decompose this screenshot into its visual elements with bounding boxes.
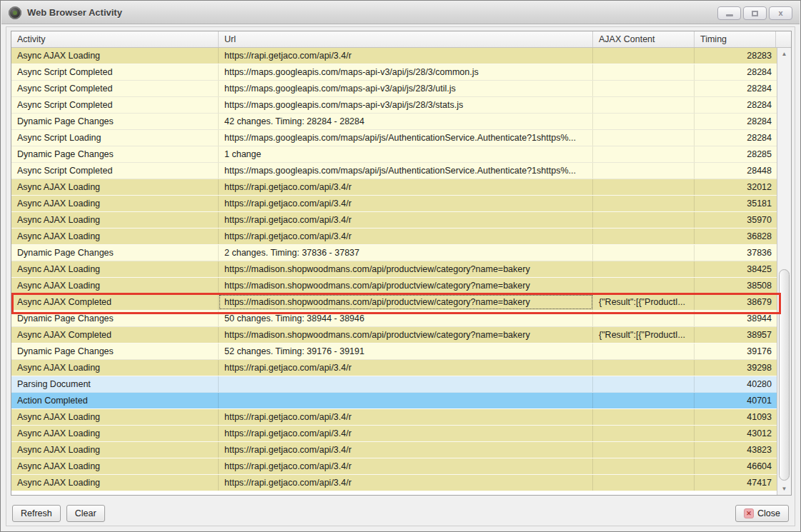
cell-ajax[interactable] [593, 458, 695, 474]
cell-url[interactable]: https://maps.googleapis.com/maps/api/js/… [219, 130, 593, 146]
cell-timing[interactable]: 28284 [695, 81, 777, 96]
cell-activity[interactable]: Async Script Completed [11, 81, 219, 96]
cell-timing[interactable]: 28448 [695, 163, 777, 179]
cell-timing[interactable]: 41093 [695, 409, 777, 425]
cell-activity[interactable]: Async Script Completed [11, 97, 219, 113]
column-header-url[interactable]: Url [219, 31, 593, 47]
cell-url[interactable]: https://rapi.getjaco.com/api/3.4/r [219, 229, 593, 244]
table-row[interactable]: Async AJAX Loadinghttps://rapi.getjaco.c… [11, 426, 777, 442]
cell-timing[interactable]: 43012 [695, 426, 777, 441]
cell-ajax[interactable] [593, 261, 695, 277]
cell-url[interactable]: https://maps.googleapis.com/maps/api/js/… [219, 163, 593, 179]
table-row[interactable]: Async Script Completedhttps://maps.googl… [11, 163, 777, 179]
scroll-down-icon[interactable]: ▼ [777, 483, 791, 495]
table-row[interactable]: Async AJAX Loadinghttps://rapi.getjaco.c… [11, 48, 777, 64]
cell-url[interactable]: 50 changes. Timing: 38944 - 38946 [219, 311, 593, 326]
cell-activity[interactable]: Parsing Document [11, 376, 219, 392]
table-row[interactable]: Async AJAX Loadinghttps://rapi.getjaco.c… [11, 360, 777, 376]
cell-ajax[interactable] [593, 409, 695, 425]
cell-timing[interactable]: 40280 [695, 376, 777, 392]
cell-timing[interactable]: 38957 [695, 327, 777, 343]
cell-ajax[interactable] [593, 97, 695, 113]
cell-ajax[interactable] [593, 64, 695, 80]
table-row[interactable]: Async AJAX Loadinghttps://rapi.getjaco.c… [11, 458, 777, 475]
column-header-ajax-content[interactable]: AJAX Content [593, 31, 695, 47]
cell-activity[interactable]: Action Completed [11, 393, 219, 408]
table-row[interactable]: Async AJAX Completedhttps://madison.shop… [11, 327, 777, 343]
cell-ajax[interactable] [593, 475, 695, 491]
table-row[interactable]: Parsing Document40280 [11, 376, 777, 393]
cell-url[interactable]: https://maps.googleapis.com/maps-api-v3/… [219, 64, 593, 80]
close-window-button[interactable]: x [769, 6, 792, 20]
cell-timing[interactable]: 38508 [695, 278, 777, 293]
cell-ajax[interactable] [593, 114, 695, 129]
cell-timing[interactable]: 37836 [695, 245, 777, 261]
cell-activity[interactable]: Async Script Completed [11, 163, 219, 179]
cell-timing[interactable]: 39176 [695, 343, 777, 359]
cell-activity[interactable]: Async AJAX Loading [11, 229, 219, 244]
table-row[interactable]: Dynamic Page Changes2 changes. Timing: 3… [11, 245, 777, 261]
cell-timing[interactable]: 38679 [695, 294, 777, 310]
scrollbar-thumb[interactable] [779, 269, 790, 481]
cell-activity[interactable]: Async AJAX Loading [11, 409, 219, 425]
table-row[interactable]: Async AJAX Loadinghttps://madison.shopwo… [11, 278, 777, 294]
cell-url[interactable]: https://rapi.getjaco.com/api/3.4/r [219, 426, 593, 441]
cell-activity[interactable]: Async AJAX Loading [11, 360, 219, 376]
cell-ajax[interactable]: {"Result":[{"ProductI... [593, 327, 695, 343]
cell-url[interactable]: https://rapi.getjaco.com/api/3.4/r [219, 48, 593, 64]
table-row[interactable]: Async Script Completedhttps://maps.googl… [11, 97, 777, 114]
cell-url[interactable] [219, 393, 593, 408]
cell-url[interactable]: 52 changes. Timing: 39176 - 39191 [219, 343, 593, 359]
refresh-button[interactable]: Refresh [12, 505, 61, 522]
cell-url[interactable]: https://rapi.getjaco.com/api/3.4/r [219, 475, 593, 491]
scroll-up-icon[interactable]: ▲ [777, 48, 791, 60]
cell-ajax[interactable] [593, 163, 695, 179]
cell-timing[interactable]: 43823 [695, 442, 777, 458]
cell-timing[interactable]: 47417 [695, 475, 777, 491]
cell-url[interactable]: 2 changes. Timing: 37836 - 37837 [219, 245, 593, 261]
table-row[interactable]: Async AJAX Loadinghttps://rapi.getjaco.c… [11, 229, 777, 245]
column-header-activity[interactable]: Activity [11, 31, 219, 47]
cell-activity[interactable]: Async AJAX Loading [11, 48, 219, 64]
cell-ajax[interactable] [593, 311, 695, 326]
cell-ajax[interactable] [593, 229, 695, 244]
column-header-timing[interactable]: Timing [695, 31, 776, 47]
cell-url[interactable]: https://maps.googleapis.com/maps-api-v3/… [219, 97, 593, 113]
cell-ajax[interactable] [593, 278, 695, 293]
table-row[interactable]: Dynamic Page Changes42 changes. Timing: … [11, 114, 777, 130]
cell-activity[interactable]: Async AJAX Completed [11, 294, 219, 310]
table-row[interactable]: Async Script Completedhttps://maps.googl… [11, 81, 777, 97]
cell-url[interactable]: https://rapi.getjaco.com/api/3.4/r [219, 179, 593, 195]
cell-url[interactable]: https://rapi.getjaco.com/api/3.4/r [219, 196, 593, 211]
cell-activity[interactable]: Async AJAX Loading [11, 475, 219, 491]
table-row[interactable]: Async AJAX Loadinghttps://rapi.getjaco.c… [11, 409, 777, 426]
cell-ajax[interactable] [593, 212, 695, 228]
table-row[interactable]: Async Script Completedhttps://maps.googl… [11, 64, 777, 81]
table-row[interactable]: Dynamic Page Changes1 change28285 [11, 146, 777, 163]
cell-url[interactable]: https://rapi.getjaco.com/api/3.4/r [219, 458, 593, 474]
cell-url[interactable]: 1 change [219, 146, 593, 162]
cell-ajax[interactable] [593, 179, 695, 195]
cell-url[interactable]: https://madison.shopwoodmans.com/api/pro… [219, 261, 593, 277]
cell-ajax[interactable] [593, 81, 695, 96]
cell-timing[interactable]: 38425 [695, 261, 777, 277]
vertical-scrollbar[interactable]: ▲ ▼ [777, 48, 791, 495]
cell-url[interactable]: https://rapi.getjaco.com/api/3.4/r [219, 409, 593, 425]
cell-timing[interactable]: 28284 [695, 114, 777, 129]
cell-timing[interactable]: 28285 [695, 146, 777, 162]
cell-url[interactable]: https://maps.googleapis.com/maps-api-v3/… [219, 81, 593, 96]
cell-timing[interactable]: 28284 [695, 130, 777, 146]
table-row[interactable]: Async AJAX Loadinghttps://rapi.getjaco.c… [11, 179, 777, 196]
cell-url[interactable]: https://rapi.getjaco.com/api/3.4/r [219, 212, 593, 228]
cell-ajax[interactable] [593, 196, 695, 211]
cell-activity[interactable]: Async Script Completed [11, 64, 219, 80]
maximize-button[interactable] [743, 6, 767, 20]
cell-url[interactable]: https://rapi.getjaco.com/api/3.4/r [219, 360, 593, 376]
table-row[interactable]: Async AJAX Loadinghttps://madison.shopwo… [11, 261, 777, 278]
cell-timing[interactable]: 28284 [695, 97, 777, 113]
table-row[interactable]: Async AJAX Loadinghttps://rapi.getjaco.c… [11, 475, 777, 491]
close-button[interactable]: ✕ Close [735, 505, 789, 522]
cell-ajax[interactable] [593, 48, 695, 64]
cell-timing[interactable]: 32012 [695, 179, 777, 195]
cell-url[interactable]: https://madison.shopwoodmans.com/api/pro… [219, 278, 593, 293]
